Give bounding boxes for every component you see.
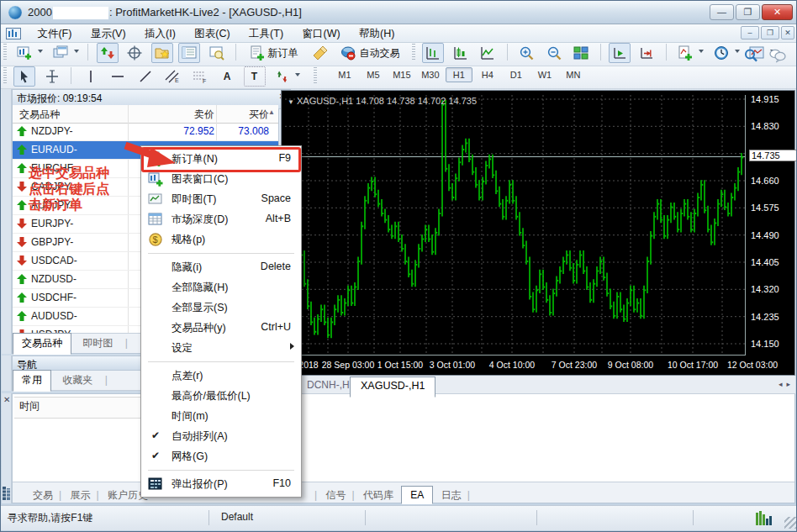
line-chart-button[interactable] (477, 43, 499, 63)
market-watch-column-header[interactable]: 交易品种 卖价 买价 ▲ (13, 105, 278, 124)
menu-item-15[interactable]: ✔自动排列(A) (141, 426, 301, 446)
arrows-tool[interactable] (271, 66, 293, 87)
symbol-name: NZDJPY- (31, 125, 73, 137)
profiles-caret[interactable] (74, 50, 79, 53)
market-watch-toggle[interactable] (97, 43, 119, 63)
tab-trade[interactable]: 交易 (28, 486, 58, 505)
metaeditor-button[interactable] (309, 43, 330, 63)
price-tick: 14.405 (751, 257, 791, 267)
tab-journal[interactable]: 日志 (436, 486, 467, 505)
timeframe-m15[interactable]: M15 (388, 67, 415, 82)
menu-insert[interactable]: 插入(I) (137, 24, 183, 44)
menu-file[interactable]: 文件(F) (29, 24, 79, 44)
vertical-line-tool[interactable] (80, 66, 102, 87)
trendline-tool[interactable] (135, 66, 156, 87)
arrows-tool-caret[interactable] (295, 73, 300, 76)
auto-scroll-button[interactable] (609, 43, 631, 63)
menu-item-14[interactable]: 时间(m) (141, 406, 301, 426)
timeframe-m30[interactable]: M30 (417, 67, 444, 82)
tab-tick-chart[interactable]: 即时图 (74, 334, 121, 354)
terminal-toggle[interactable] (178, 43, 200, 63)
child-close-button[interactable]: ✕ (781, 26, 794, 40)
tab-exposure[interactable]: 展示 (65, 486, 95, 505)
cursor-tool[interactable] (13, 66, 35, 87)
menu-view[interactable]: 显示(V) (83, 24, 134, 44)
text-label-tool[interactable]: T (244, 66, 266, 87)
text-tool[interactable]: A (216, 66, 238, 87)
tab-common[interactable]: 常用 (13, 370, 51, 392)
tab-symbols[interactable]: 交易品种 (13, 333, 71, 355)
price-chart[interactable] (285, 95, 745, 355)
menu-item-8[interactable]: 全部显示(S) (141, 298, 301, 318)
autotrading-button[interactable]: 自动交易 (335, 43, 404, 63)
chart-window-icon[interactable] (2, 25, 25, 42)
tab-signals[interactable]: 信号 (320, 486, 351, 505)
timeframe-m5[interactable]: M5 (360, 67, 387, 82)
zoom-in-button[interactable] (515, 43, 537, 63)
terminal-dock-strip: ✕ (2, 393, 12, 503)
crosshair-tool[interactable] (41, 66, 63, 87)
timeframe-w1[interactable]: W1 (531, 67, 558, 82)
menu-item-7[interactable]: 全部隐藏(H) (141, 277, 301, 298)
tab-favorites[interactable]: 收藏夹 (54, 371, 101, 391)
menu-item-12[interactable]: 点差(r) (141, 366, 301, 386)
child-restore-button[interactable]: ❐ (761, 26, 779, 40)
menu-window[interactable]: 窗口(W) (295, 24, 348, 44)
new-chart-button[interactable] (13, 43, 35, 63)
search-icon[interactable] (740, 45, 762, 66)
strategy-tester-button[interactable] (206, 43, 228, 63)
candlestick-chart-button[interactable] (450, 43, 472, 63)
status-profile[interactable]: Default (221, 511, 253, 523)
tab-ea[interactable]: EA (401, 486, 433, 504)
chart-tab-scroll[interactable]: ◂ ▸ (779, 380, 790, 388)
periods-button[interactable] (710, 43, 732, 63)
timeframe-h1[interactable]: H1 (446, 67, 472, 82)
close-button[interactable]: ✕ (762, 4, 793, 20)
indicators-button[interactable] (674, 43, 696, 63)
fibonacci-tool[interactable]: F (189, 66, 211, 87)
child-minimize-button[interactable]: – (741, 26, 759, 40)
scroll-up-icon[interactable]: ▲ (268, 108, 275, 116)
zoom-out-button[interactable] (543, 43, 565, 63)
menu-tools[interactable]: 工具(T) (241, 24, 291, 44)
terminal-close-icon[interactable]: ✕ (3, 396, 10, 404)
menu-item-3[interactable]: 市场深度(D)Alt+B (141, 209, 301, 229)
menu-help[interactable]: 帮助(H) (351, 24, 402, 44)
chat-icon[interactable] (767, 45, 789, 66)
menu-item-9[interactable]: 交易品种(y)Ctrl+U (141, 318, 301, 338)
profiles-button[interactable] (50, 43, 71, 63)
menu-item-2[interactable]: 即时图(T)Space (141, 189, 301, 209)
menu-item-18[interactable]: 弹出报价(P)F10 (141, 474, 301, 494)
timeframe-h4[interactable]: H4 (474, 67, 501, 82)
tile-windows-button[interactable] (570, 43, 592, 63)
indicators-caret[interactable] (699, 50, 704, 53)
timeframe-d1[interactable]: D1 (503, 67, 530, 82)
periods-caret[interactable] (735, 50, 740, 53)
menu-item-13[interactable]: 最高价/最低价(L) (141, 386, 301, 406)
menu-item-6[interactable]: 隐藏(i)Delete (141, 257, 301, 277)
market-watch-dock-grip[interactable] (2, 89, 12, 354)
terminal-time-column-header[interactable]: 时间 (14, 397, 151, 419)
menu-item-16[interactable]: ✔网格(G) (141, 446, 301, 466)
maximize-button[interactable]: ❐ (736, 4, 760, 20)
menu-item-4[interactable]: $规格(p) (141, 229, 301, 250)
bar-chart-button[interactable] (422, 43, 444, 63)
horizontal-line-tool[interactable] (107, 66, 129, 87)
data-window-button[interactable] (124, 43, 145, 63)
new-chart-caret[interactable] (38, 50, 43, 53)
new-order-button[interactable]: 新订单 (245, 43, 303, 63)
up-arrow-icon (16, 144, 28, 155)
chart-shift-button[interactable] (636, 43, 657, 63)
tab-code-base[interactable]: 代码库 (358, 486, 398, 505)
menu-item-10[interactable]: 设定 (141, 338, 301, 358)
minimize-button[interactable]: — (710, 4, 734, 20)
timeframe-mn[interactable]: MN (560, 67, 587, 82)
equidistant-channel-tool[interactable]: E (161, 66, 183, 87)
menu-charts[interactable]: 图表(C) (187, 24, 237, 44)
chart-window[interactable]: ▼ XAGUSD-,H1 14.708 14.738 14.702 14.735… (281, 90, 795, 376)
resize-grip[interactable] (784, 517, 796, 529)
timeframe-m1[interactable]: M1 (331, 67, 358, 82)
chart-tab-xagusd[interactable]: XAGUSD-,H1 (350, 377, 435, 398)
navigator-dock-grip[interactable] (2, 356, 12, 391)
navigator-toggle[interactable] (151, 43, 173, 63)
